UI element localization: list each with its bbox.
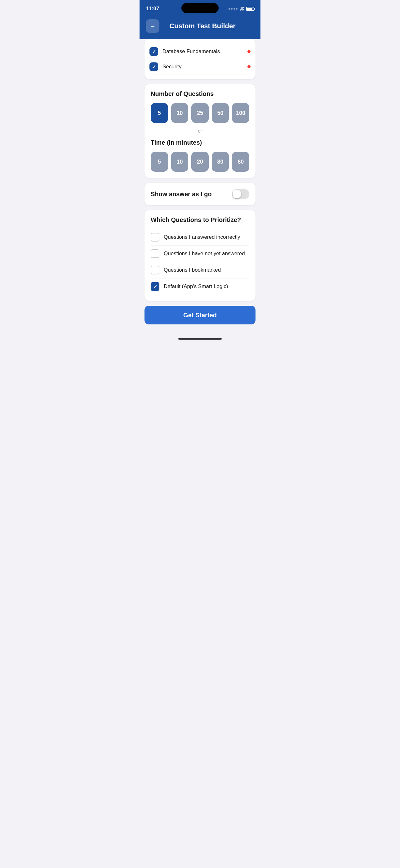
priority-label-incorrect: Questions I answered incorrectly	[164, 234, 240, 240]
questions-btn-100[interactable]: 100	[232, 103, 249, 123]
show-answer-label: Show answer as I go	[151, 191, 212, 198]
checkmark-icon: ✓	[152, 49, 156, 55]
back-arrow-icon: ←	[149, 23, 156, 30]
priority-item-bookmarked: Questions I bookmarked	[151, 262, 249, 278]
priority-checkbox-bookmarked[interactable]	[151, 266, 159, 274]
topic-label-db: Database Fundamentals	[163, 49, 243, 55]
topic-checkbox-db[interactable]: ✓	[149, 47, 158, 56]
priority-label-bookmarked: Questions I bookmarked	[164, 267, 221, 273]
page-title: Custom Test Builder	[164, 22, 241, 30]
time-btn-30[interactable]: 30	[212, 152, 229, 172]
time-section-title: Time (in minutes)	[151, 139, 249, 146]
questions-section-title: Number of Questions	[151, 90, 249, 97]
battery-icon	[246, 7, 254, 11]
status-time: 11:07	[146, 6, 159, 12]
questions-btn-10[interactable]: 10	[171, 103, 189, 123]
topic-item-security: ✓ Security	[149, 59, 251, 74]
topic-item-db: ✓ Database Fundamentals	[149, 44, 251, 59]
priority-checkbox-default[interactable]: ✓	[151, 282, 159, 291]
time-options-row: 5 10 20 30 60	[151, 152, 249, 172]
or-divider: or	[151, 128, 249, 133]
status-bar: 11:07 ⌘	[139, 0, 261, 16]
topic-checkbox-security[interactable]: ✓	[149, 62, 158, 71]
wifi-icon: ⌘	[239, 6, 244, 12]
time-btn-10[interactable]: 10	[171, 152, 189, 172]
questions-btn-5[interactable]: 5	[151, 103, 168, 123]
topic-label-security: Security	[163, 64, 243, 70]
time-btn-20[interactable]: 20	[191, 152, 209, 172]
show-answer-toggle[interactable]	[232, 189, 249, 199]
priority-label-default: Default (App's Smart Logic)	[164, 283, 228, 290]
content-area: ✓ Database Fundamentals ✓ Security Numbe…	[139, 39, 261, 336]
header: ← Custom Test Builder	[139, 16, 261, 39]
show-answer-card: Show answer as I go	[144, 183, 256, 205]
prioritize-card: Which Questions to Prioritize? Questions…	[144, 210, 256, 301]
signal-icon	[229, 8, 237, 10]
get-started-button[interactable]: Get Started	[144, 306, 256, 324]
home-bar	[178, 338, 222, 340]
questions-options-row: 5 10 25 50 100	[151, 103, 249, 123]
time-btn-60[interactable]: 60	[232, 152, 249, 172]
checkmark-icon-security: ✓	[152, 64, 156, 70]
topic-dot-security	[247, 65, 251, 68]
home-indicator	[139, 336, 261, 345]
questions-btn-50[interactable]: 50	[212, 103, 229, 123]
priority-label-not-answered: Questions I have not yet answered	[164, 251, 245, 257]
topics-card: ✓ Database Fundamentals ✓ Security	[144, 39, 256, 79]
priority-item-not-answered: Questions I have not yet answered	[151, 246, 249, 262]
questions-btn-25[interactable]: 25	[191, 103, 209, 123]
time-btn-5[interactable]: 5	[151, 152, 168, 172]
show-answer-row: Show answer as I go	[151, 189, 249, 199]
status-icons: ⌘	[229, 6, 254, 12]
questions-time-card: Number of Questions 5 10 25 50 100 or Ti…	[144, 84, 256, 178]
prioritize-title: Which Questions to Prioritize?	[151, 216, 249, 223]
toggle-thumb	[233, 190, 241, 198]
dynamic-island	[181, 3, 219, 13]
priority-item-default: ✓ Default (App's Smart Logic)	[151, 278, 249, 294]
priority-checkbox-incorrect[interactable]	[151, 233, 159, 242]
priority-checkbox-not-answered[interactable]	[151, 249, 159, 258]
back-button[interactable]: ←	[146, 19, 159, 33]
topic-dot-db	[247, 50, 251, 53]
priority-item-incorrect: Questions I answered incorrectly	[151, 229, 249, 246]
